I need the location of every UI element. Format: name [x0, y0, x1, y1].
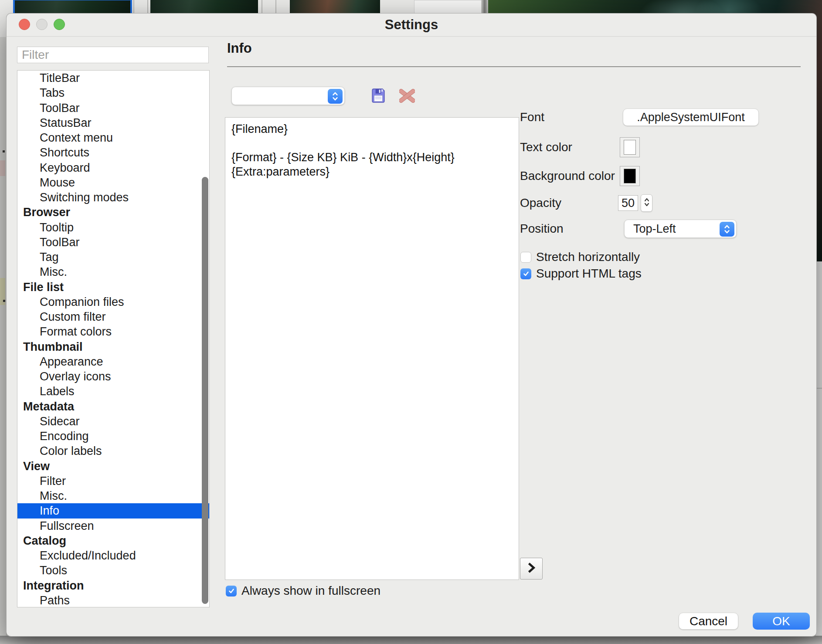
page-title: Info — [227, 41, 252, 56]
sidebar-section-catalog[interactable]: Catalog — [17, 533, 209, 548]
sidebar-section-view[interactable]: View — [17, 459, 209, 474]
font-picker-button[interactable]: .AppleSystemUIFont — [623, 108, 759, 126]
always-show-fullscreen-row: Always show in fullscreen — [226, 584, 380, 598]
sidebar-item-keyboard[interactable]: Keyboard — [17, 160, 209, 175]
sidebar-item-fullscreen[interactable]: Fullscreen — [17, 519, 209, 533]
sidebar-item-context-menu[interactable]: Context menu — [17, 130, 209, 145]
stretch-horizontally-row: Stretch horizontally — [520, 250, 640, 264]
up-down-chevrons-icon — [720, 222, 734, 237]
sidebar-section-browser[interactable]: Browser — [17, 205, 209, 220]
background-color-block — [0, 160, 5, 176]
always-show-fullscreen-checkbox[interactable] — [226, 586, 237, 597]
always-show-fullscreen-label: Always show in fullscreen — [241, 584, 380, 598]
save-preset-button[interactable] — [371, 87, 386, 104]
sidebar-item-misc[interactable]: Misc. — [17, 488, 209, 503]
sidebar-item-titlebar[interactable]: TitleBar — [17, 71, 209, 85]
preset-dropdown[interactable] — [231, 87, 345, 105]
sidebar-item-sidecar[interactable]: Sidecar — [17, 414, 209, 429]
background-color-label: Background color — [520, 167, 615, 185]
sidebar-section-thumbnail[interactable]: Thumbnail — [17, 339, 209, 354]
sidebar-item-appearance[interactable]: Appearance — [17, 354, 209, 369]
position-label: Position — [520, 220, 564, 237]
text-color-label: Text color — [520, 139, 572, 156]
support-html-tags-label: Support HTML tags — [536, 267, 642, 281]
text-color-well[interactable] — [620, 137, 640, 157]
insert-placeholder-button[interactable] — [520, 558, 543, 580]
opacity-stepper[interactable] — [641, 194, 652, 212]
sidebar-item-paths[interactable]: Paths — [17, 593, 209, 607]
sidebar-item-color-labels[interactable]: Color labels — [17, 444, 209, 458]
list-scrollbar-thumb[interactable] — [202, 177, 208, 604]
info-template-textarea[interactable] — [225, 117, 519, 580]
sidebar-item-format-colors[interactable]: Format colors — [17, 324, 209, 339]
ok-button[interactable]: OK — [753, 613, 810, 630]
sidebar-item-shortcuts[interactable]: Shortcuts — [17, 145, 209, 160]
position-dropdown[interactable]: Top-Left — [624, 220, 737, 238]
opacity-label: Opacity — [520, 194, 561, 212]
up-down-chevrons-icon — [328, 89, 343, 104]
floppy-disk-icon — [371, 98, 386, 105]
background-left-panel-sliver — [0, 37, 7, 644]
background-dot — [3, 300, 5, 302]
position-dropdown-value: Top-Left — [633, 220, 676, 237]
dialog-title: Settings — [7, 14, 816, 36]
sidebar-item-toolbar[interactable]: ToolBar — [17, 235, 209, 250]
sidebar-item-overlay-icons[interactable]: Overlay icons — [17, 369, 209, 384]
background-color-well[interactable] — [620, 166, 640, 186]
background-divider-line — [816, 388, 822, 389]
sidebar-item-switching-modes[interactable]: Switching modes — [17, 190, 209, 205]
background-dot — [3, 150, 5, 153]
sidebar-section-file-list[interactable]: File list — [17, 280, 209, 295]
opacity-input[interactable]: 50 — [618, 195, 638, 211]
sidebar-section-integration[interactable]: Integration — [17, 578, 209, 593]
sidebar-item-encoding[interactable]: Encoding — [17, 429, 209, 444]
sidebar-item-tabs[interactable]: Tabs — [17, 85, 209, 100]
cancel-button[interactable]: Cancel — [679, 613, 738, 630]
background-window-edge — [0, 636, 822, 644]
delete-preset-button[interactable] — [399, 89, 415, 103]
sidebar-item-toolbar[interactable]: ToolBar — [17, 101, 209, 115]
sidebar-section-metadata[interactable]: Metadata — [17, 399, 209, 414]
sidebar-item-tag[interactable]: Tag — [17, 250, 209, 264]
support-html-row: Support HTML tags — [520, 267, 642, 281]
sidebar-item-info[interactable]: Info — [17, 503, 209, 518]
filter-input[interactable] — [17, 47, 209, 63]
sidebar-item-excluded-included[interactable]: Excluded/Included — [17, 548, 209, 563]
up-down-chevrons-icon — [644, 197, 650, 210]
dialog-titlebar: Settings — [7, 14, 816, 37]
red-x-icon — [399, 98, 415, 104]
support-html-tags-checkbox[interactable] — [520, 268, 531, 279]
sidebar-item-tooltip[interactable]: Tooltip — [17, 220, 209, 235]
text-color-swatch — [624, 140, 636, 155]
background-color-swatch — [624, 169, 636, 183]
settings-category-list: TitleBarTabsToolBarStatusBarContext menu… — [17, 70, 210, 607]
font-label: Font — [520, 108, 544, 126]
sidebar-item-tools[interactable]: Tools — [17, 563, 209, 578]
stretch-horizontally-checkbox[interactable] — [520, 252, 531, 263]
sidebar-item-labels[interactable]: Labels — [17, 384, 209, 399]
sidebar-item-custom-filter[interactable]: Custom filter — [17, 309, 209, 324]
sidebar-item-companion-files[interactable]: Companion files — [17, 295, 209, 309]
background-right-sliver — [816, 261, 822, 644]
header-separator — [227, 66, 801, 67]
stretch-horizontally-label: Stretch horizontally — [536, 250, 640, 264]
sidebar-item-misc[interactable]: Misc. — [17, 264, 209, 279]
sidebar-item-filter[interactable]: Filter — [17, 474, 209, 488]
chevron-right-icon — [526, 562, 536, 576]
settings-dialog: Settings TitleBarTabsToolBarStatusBarCon… — [6, 13, 817, 637]
sidebar-item-mouse[interactable]: Mouse — [17, 175, 209, 190]
sidebar-item-statusbar[interactable]: StatusBar — [17, 115, 209, 130]
